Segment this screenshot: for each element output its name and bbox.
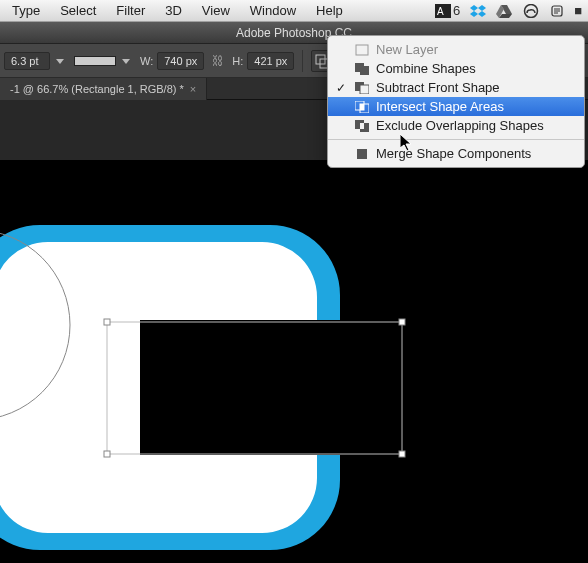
menu-select[interactable]: Select [50,1,106,20]
combine-shapes-icon [354,62,370,76]
svg-marker-32 [400,134,411,151]
stroke-width-dropdown-icon[interactable] [54,55,66,67]
menu-item-merge-shape-components[interactable]: Merge Shape Components [328,144,584,163]
menu-3d[interactable]: 3D [155,1,192,20]
path-operations-menu: New Layer Combine Shapes ✓ Subtract Fron… [327,35,585,168]
creative-cloud-icon[interactable] [522,4,540,18]
intersect-shape-icon [354,100,370,114]
menu-item-label: Exclude Overlapping Shapes [376,118,544,133]
svg-rect-24 [360,85,369,94]
mac-menubar-menus: Type Select Filter 3D View Window Help [0,1,353,20]
stroke-style-dropdown-icon[interactable] [120,55,132,67]
menu-view[interactable]: View [192,1,240,20]
adobe-a6-icon[interactable]: A 6 [435,3,460,18]
merge-shape-icon [354,147,370,161]
svg-marker-2 [470,5,478,11]
menu-item-label: New Layer [376,42,438,57]
menu-item-label: Intersect Shape Areas [376,99,504,114]
height-label: H: [232,55,243,67]
svg-marker-15 [122,59,130,64]
menu-help[interactable]: Help [306,1,353,20]
document-tab-label: -1 @ 66.7% (Rectangle 1, RGB/8) * [10,83,184,95]
svg-rect-31 [357,149,367,159]
menu-item-intersect-shape-areas[interactable]: Intersect Shape Areas [328,97,584,116]
mac-menubar-right: A 6 ■ [435,3,588,18]
menu-window[interactable]: Window [240,1,306,20]
google-drive-icon[interactable] [496,4,512,18]
dropbox-icon[interactable] [470,4,486,18]
options-separator [302,50,303,72]
width-label: W: [140,55,153,67]
menu-item-label: Subtract Front Shape [376,80,500,95]
selection-handle-tl[interactable] [104,319,110,325]
new-layer-icon [354,43,370,57]
stroke-style-preview [74,56,116,66]
rounded-rect-shape [0,225,340,550]
selection-handle-tr[interactable] [399,319,405,325]
svg-rect-20 [356,45,368,55]
svg-point-9 [525,4,538,17]
document-tab-close-icon[interactable]: × [190,83,196,95]
svg-marker-14 [56,59,64,64]
svg-rect-30 [360,123,364,129]
subtract-shape-icon [354,81,370,95]
svg-rect-19 [107,322,402,454]
svg-text:A: A [437,6,444,17]
exclude-shape-icon [354,119,370,133]
svg-rect-22 [360,66,369,75]
width-value[interactable]: 740 px [157,52,204,70]
stroke-width-field[interactable]: 6.3 pt [4,52,66,70]
menu-filter[interactable]: Filter [106,1,155,20]
height-field: H: 421 px [232,52,294,70]
selection-bounding-box[interactable] [104,319,405,457]
stroke-style-field[interactable] [74,55,132,67]
svg-marker-3 [478,5,486,11]
svg-marker-5 [478,11,486,17]
height-value[interactable]: 421 px [247,52,294,70]
menu-separator [328,139,584,140]
svg-marker-4 [470,11,478,17]
menu-item-new-layer[interactable]: New Layer [328,40,584,59]
notification-icon[interactable] [550,4,564,18]
svg-marker-8 [499,14,512,18]
selection-handle-bl[interactable] [104,451,110,457]
menu-item-exclude-overlapping[interactable]: Exclude Overlapping Shapes [328,116,584,135]
menu-extra-icon[interactable]: ■ [574,3,582,18]
width-field: W: 740 px [140,52,204,70]
canvas-svg [0,160,588,563]
svg-rect-27 [360,104,364,110]
mouse-cursor-icon [400,134,414,156]
menu-check-icon: ✓ [334,81,348,95]
mac-menubar: Type Select Filter 3D View Window Help A… [0,0,588,22]
document-tab[interactable]: -1 @ 66.7% (Rectangle 1, RGB/8) * × [0,78,207,100]
link-wh-icon[interactable]: ⛓ [212,54,224,68]
selection-handle-br[interactable] [399,451,405,457]
adobe-a6-label: 6 [453,3,460,18]
stroke-width-value[interactable]: 6.3 pt [4,52,50,70]
menu-item-label: Combine Shapes [376,61,476,76]
menu-item-combine-shapes[interactable]: Combine Shapes [328,59,584,78]
canvas-area[interactable] [0,160,588,563]
menu-item-subtract-front-shape[interactable]: ✓ Subtract Front Shape [328,78,584,97]
menu-type[interactable]: Type [2,1,50,20]
